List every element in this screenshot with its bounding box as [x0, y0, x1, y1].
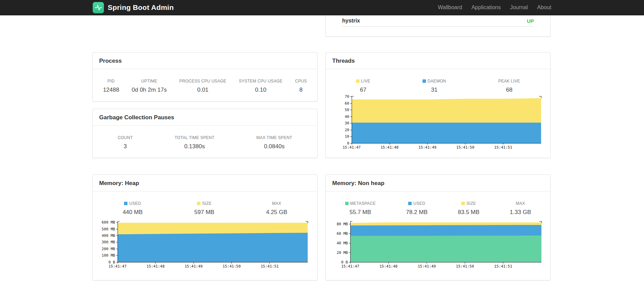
application-status-panel: hystrix UP [325, 15, 551, 37]
svg-text:40 MB: 40 MB [337, 241, 348, 245]
threads-chart: 01020304050607015:41:4715:41:4815:41:491… [331, 94, 545, 155]
nav-link[interactable]: Journal [510, 4, 528, 11]
legend-label: SIZE [458, 201, 479, 206]
legend-swatch-icon [408, 202, 412, 205]
stat-label: CPUS [295, 79, 307, 83]
stat-value: 0.01 [179, 87, 226, 93]
stat-label: SYSTEM CPU USAGE [239, 79, 282, 83]
legend-swatch-icon [197, 202, 200, 205]
stat-label: PROCESS CPU USAGE [179, 79, 226, 83]
svg-text:500 MB: 500 MB [102, 227, 115, 231]
svg-text:60: 60 [345, 101, 349, 106]
application-status-badge: UP [527, 18, 534, 24]
svg-text:10: 10 [345, 134, 349, 139]
legend-item: PEAK LIVE 68 [498, 79, 520, 93]
legend-label: PEAK LIVE [498, 79, 520, 83]
stat: UPTIME 0d 0h 2m 17s [132, 79, 167, 93]
svg-text:20 MB: 20 MB [337, 250, 348, 255]
svg-text:0: 0 [347, 141, 349, 146]
legend-swatch-icon [461, 202, 465, 205]
stat-value: 8 [295, 87, 307, 93]
legend-value: 68 [498, 87, 520, 93]
legend-swatch-icon [124, 202, 127, 205]
memory-nonheap-chart: 0 B20 MB40 MB60 MB80 MB15:41:4715:41:481… [329, 219, 545, 272]
svg-text:300 MB: 300 MB [102, 240, 115, 244]
threads-panel-title: Threads [326, 52, 550, 69]
stat: CPUS 8 [295, 79, 307, 93]
svg-text:15:41:48: 15:41:48 [147, 264, 165, 269]
legend-item: LIVE 67 [356, 79, 370, 93]
svg-text:15:41:51: 15:41:51 [494, 145, 512, 150]
stat-value: 3 [118, 143, 133, 150]
legend-value: 440 MB [123, 209, 143, 216]
stat-value: 0.0840s [256, 143, 292, 150]
nav-link[interactable]: About [537, 4, 551, 11]
svg-text:15:41:50: 15:41:50 [456, 145, 474, 150]
svg-text:15:41:50: 15:41:50 [456, 264, 474, 269]
legend-swatch-icon [345, 202, 349, 205]
svg-text:400 MB: 400 MB [102, 233, 115, 238]
legend-value: 4.25 GB [266, 209, 287, 216]
legend-item: USED 78.2 MB [406, 201, 427, 216]
stat-label: COUNT [118, 135, 133, 140]
stat: COUNT 3 [118, 135, 133, 150]
legend-item: SIZE 83.5 MB [458, 201, 479, 216]
gc-stats: COUNT 3 TOTAL TIME SPENT 0.1380s MAX TIM… [93, 126, 317, 150]
svg-text:200 MB: 200 MB [102, 247, 115, 251]
svg-text:40: 40 [345, 115, 349, 119]
heap-legend: USED 440 MB SIZE 597 MB MAX 4.25 GB [93, 192, 317, 216]
legend-item: SIZE 597 MB [194, 201, 214, 216]
legend-item: DAEMON 31 [423, 79, 446, 93]
svg-text:80 MB: 80 MB [337, 222, 348, 226]
svg-text:15:41:49: 15:41:49 [418, 264, 436, 269]
stat-value: 12488 [103, 87, 119, 93]
svg-text:15:41:50: 15:41:50 [223, 264, 241, 269]
process-panel: Process PID 12488 UPTIME 0d 0h 2m 17s PR… [92, 52, 318, 102]
nav-links: Wallboard Applications Journal About [438, 4, 551, 11]
svg-text:0 B: 0 B [108, 260, 115, 264]
gc-pauses-panel: Garbage Collection Pauses COUNT 3 TOTAL … [92, 109, 318, 158]
svg-text:15:41:49: 15:41:49 [185, 264, 203, 269]
application-row-hystrix[interactable]: hystrix UP [342, 15, 534, 27]
svg-text:0 B: 0 B [341, 260, 348, 264]
nav-link[interactable]: Applications [471, 4, 501, 11]
legend-label: MAX [266, 201, 287, 206]
svg-text:15:41:51: 15:41:51 [261, 264, 279, 269]
legend-item: MAX 4.25 GB [266, 201, 287, 216]
svg-text:15:41:47: 15:41:47 [341, 264, 359, 269]
threads-panel: Threads LIVE 67 DAEMON 31 PEAK LIVE 68 0… [325, 52, 551, 158]
memory-nonheap-panel: Memory: Non heap METASPACE 55.7 MB USED … [325, 174, 551, 280]
legend-value: 55.7 MB [345, 209, 376, 216]
application-name: hystrix [342, 18, 360, 24]
brand-title: Spring Boot Admin [108, 3, 174, 12]
legend-label: USED [406, 201, 427, 206]
svg-text:50: 50 [345, 108, 349, 112]
memory-heap-chart: 0 B100 MB200 MB300 MB400 MB500 MB600 MB1… [96, 219, 311, 272]
page-content: hystrix UP Process PID 12488 UPTIME 0d 0… [0, 15, 644, 304]
stat-label: MAX TIME SPENT [256, 135, 292, 140]
svg-text:100 MB: 100 MB [102, 253, 115, 258]
stat-label: PID [103, 79, 119, 83]
svg-text:60 MB: 60 MB [337, 231, 348, 236]
svg-text:30: 30 [345, 121, 349, 125]
process-stats: PID 12488 UPTIME 0d 0h 2m 17s PROCESS CP… [93, 69, 317, 93]
svg-text:20: 20 [345, 128, 349, 132]
svg-text:15:41:51: 15:41:51 [494, 264, 512, 269]
stat-label: TOTAL TIME SPENT [174, 135, 214, 140]
stat: PROCESS CPU USAGE 0.01 [179, 79, 226, 93]
legend-item: MAX 1.33 GB [510, 201, 531, 216]
spring-boot-admin-logo-icon [93, 2, 104, 13]
stat: MAX TIME SPENT 0.0840s [256, 135, 292, 150]
legend-value: 78.2 MB [406, 209, 427, 216]
legend-label: LIVE [356, 79, 370, 83]
legend-label: METASPACE [345, 201, 376, 206]
brand[interactable]: Spring Boot Admin [93, 2, 174, 13]
threads-legend: LIVE 67 DAEMON 31 PEAK LIVE 68 [326, 69, 550, 93]
legend-label: DAEMON [423, 79, 446, 83]
nonheap-legend: METASPACE 55.7 MB USED 78.2 MB SIZE 83.5… [326, 192, 550, 216]
stat-value: 0.10 [239, 87, 282, 93]
legend-value: 67 [356, 87, 370, 93]
svg-text:15:41:48: 15:41:48 [381, 145, 399, 150]
nav-link[interactable]: Wallboard [438, 4, 462, 11]
svg-text:15:41:48: 15:41:48 [380, 264, 398, 269]
